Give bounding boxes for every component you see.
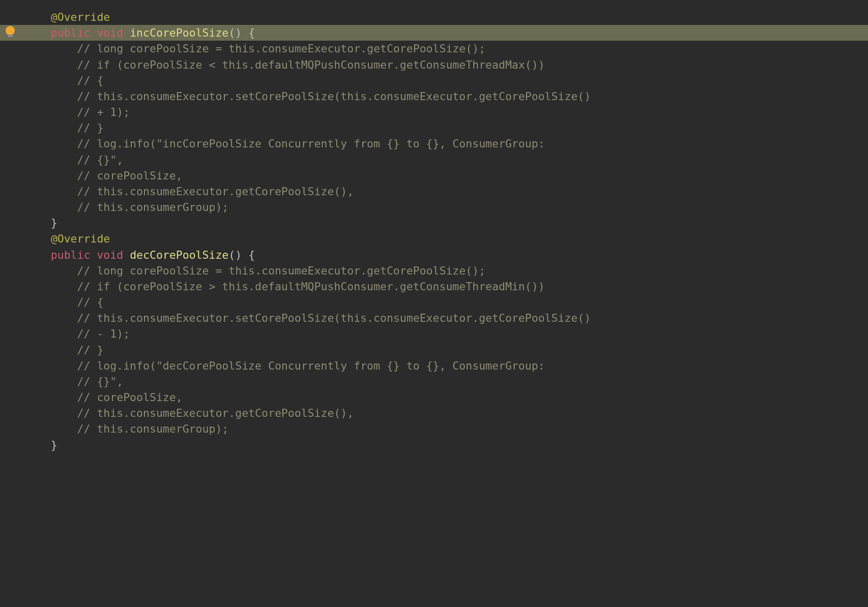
code-line[interactable]: // } — [0, 120, 868, 136]
code-line[interactable]: // {}", — [0, 374, 868, 389]
code-line[interactable]: // { — [0, 73, 868, 88]
space — [90, 26, 97, 39]
code-line[interactable]: // log.info("incCorePoolSize Concurrentl… — [0, 136, 868, 151]
space — [123, 249, 130, 261]
space — [242, 26, 248, 39]
open-brace: { — [248, 249, 255, 261]
keyword-public: public — [51, 26, 91, 39]
keyword-public: public — [51, 249, 91, 261]
comment: // {}", — [24, 375, 123, 388]
code-line[interactable]: // this.consumeExecutor.getCorePoolSize(… — [0, 405, 868, 421]
code-line[interactable]: // if (corePoolSize > this.defaultMQPush… — [0, 279, 868, 294]
code-line[interactable]: // corePoolSize, — [0, 168, 868, 184]
comment: // this.consumerGroup); — [24, 201, 228, 214]
code-line[interactable]: // this.consumerGroup); — [0, 199, 868, 215]
intention-bulb-icon[interactable] — [5, 25, 15, 36]
space — [90, 249, 97, 261]
keyword-void: void — [97, 26, 123, 39]
method-name: decCorePoolSize — [130, 249, 228, 261]
comment: // this.consumeExecutor.getCorePoolSize(… — [24, 407, 354, 419]
comment: // this.consumeExecutor.setCorePoolSize(… — [24, 312, 591, 324]
keyword-void: void — [97, 249, 123, 261]
code-line[interactable]: // {}", — [0, 152, 868, 168]
comment: // log.info("decCorePoolSize Concurrentl… — [24, 359, 545, 372]
annotation: @Override — [51, 232, 110, 245]
code-line[interactable]: } — [0, 437, 868, 453]
code-line[interactable]: // this.consumeExecutor.setCorePoolSize(… — [0, 310, 868, 326]
comment: // long corePoolSize = this.consumeExecu… — [24, 42, 485, 55]
code-line[interactable]: // corePoolSize, — [0, 389, 868, 405]
comment: // - 1); — [24, 327, 130, 340]
comment: // long corePoolSize = this.consumeExecu… — [24, 264, 485, 277]
code-line[interactable]: // long corePoolSize = this.consumeExecu… — [0, 263, 868, 279]
comment: // { — [24, 296, 103, 309]
comment: // corePoolSize, — [24, 169, 183, 182]
code-line[interactable]: // if (corePoolSize < this.defaultMQPush… — [0, 57, 868, 73]
annotation: @Override — [51, 11, 110, 23]
code-line[interactable]: // + 1); — [0, 104, 868, 120]
indent — [24, 249, 51, 261]
code-line[interactable]: // this.consumerGroup); — [0, 421, 868, 437]
code-line[interactable]: // log.info("decCorePoolSize Concurrentl… — [0, 358, 868, 374]
parentheses: () — [228, 249, 242, 261]
code-line[interactable]: // } — [0, 342, 868, 358]
comment: // } — [24, 344, 103, 356]
comment: // this.consumeExecutor.getCorePoolSize(… — [24, 185, 354, 198]
comment: // { — [24, 74, 103, 87]
code-line[interactable]: // this.consumeExecutor.setCorePoolSize(… — [0, 88, 868, 104]
comment: // this.consumeExecutor.setCorePoolSize(… — [24, 90, 591, 103]
comment: // this.consumerGroup); — [24, 422, 228, 435]
code-line[interactable]: // { — [0, 294, 868, 310]
space — [242, 249, 248, 261]
close-brace: } — [51, 217, 57, 229]
code-line[interactable]: } — [0, 215, 868, 231]
comment: // } — [24, 122, 103, 134]
comment: // corePoolSize, — [24, 391, 183, 404]
code-line-highlighted[interactable]: public void incCorePoolSize() { — [0, 25, 868, 41]
comment: // + 1); — [24, 106, 130, 118]
parentheses: () — [228, 26, 242, 39]
indent — [24, 232, 51, 245]
comment: // log.info("incCorePoolSize Concurrentl… — [24, 137, 545, 150]
code-line[interactable]: @Override — [0, 9, 868, 25]
code-line[interactable]: // this.consumeExecutor.getCorePoolSize(… — [0, 184, 868, 199]
space — [123, 26, 130, 39]
method-name: incCorePoolSize — [130, 26, 228, 39]
open-brace: { — [248, 26, 255, 39]
code-line[interactable]: // - 1); — [0, 326, 868, 342]
comment: // if (corePoolSize < this.defaultMQPush… — [24, 58, 545, 71]
close-brace: } — [51, 439, 57, 451]
code-line[interactable]: // long corePoolSize = this.consumeExecu… — [0, 41, 868, 56]
indent — [24, 26, 51, 39]
comment: // {}", — [24, 154, 123, 166]
indent — [24, 11, 51, 23]
code-line[interactable]: @Override — [0, 231, 868, 247]
indent — [24, 439, 51, 451]
code-editor[interactable]: @Override public void incCorePoolSize() … — [0, 0, 868, 453]
code-line[interactable]: public void decCorePoolSize() { — [0, 247, 868, 263]
indent — [24, 217, 51, 229]
comment: // if (corePoolSize > this.defaultMQPush… — [24, 280, 545, 293]
